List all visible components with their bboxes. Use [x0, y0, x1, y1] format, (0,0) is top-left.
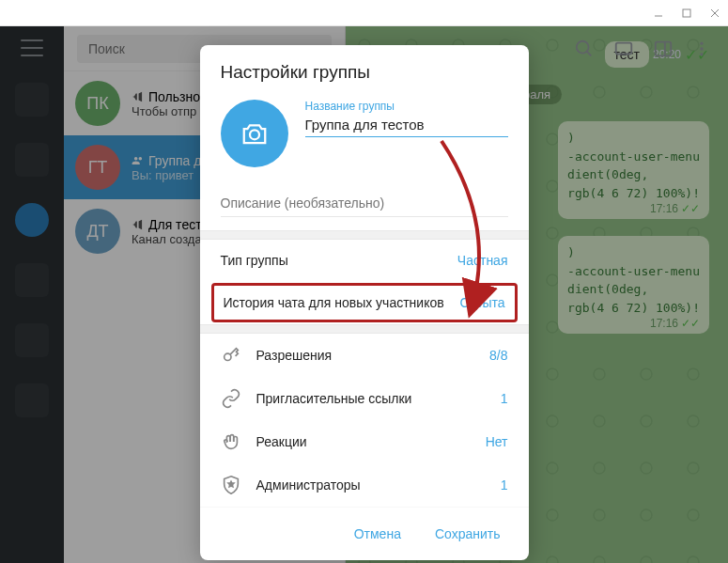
group-settings-modal: Настройки группы Название группы Тип гру… [200, 45, 529, 560]
link-icon [221, 388, 241, 409]
invite-links-row[interactable]: Пригласительные ссылки 1 [200, 377, 529, 420]
cancel-button[interactable]: Отмена [341, 519, 414, 549]
save-button[interactable]: Сохранить [422, 519, 514, 549]
modal-title: Настройки группы [200, 45, 529, 94]
group-description-input[interactable] [221, 192, 508, 217]
svg-point-16 [224, 353, 230, 360]
permissions-row[interactable]: Разрешения 8/8 [200, 334, 529, 377]
group-name-input[interactable] [305, 115, 508, 137]
camera-icon [240, 121, 269, 146]
maximize-button[interactable] [681, 8, 692, 19]
group-type-row[interactable]: Тип группы Частная [200, 240, 529, 281]
chat-history-row[interactable]: История чата для новых участников Скрыта [214, 286, 515, 320]
group-photo-button[interactable] [221, 100, 288, 167]
minimize-button[interactable] [653, 8, 664, 19]
close-button[interactable] [709, 8, 720, 19]
svg-rect-1 [683, 9, 690, 17]
svg-point-15 [250, 130, 259, 139]
window-titlebar [0, 0, 728, 26]
key-icon [221, 345, 241, 366]
group-name-label: Название группы [305, 100, 508, 113]
annotation-highlight: История чата для новых участников Скрыта [211, 283, 518, 322]
wave-icon [221, 431, 241, 452]
reactions-row[interactable]: Реакции Нет [200, 420, 529, 463]
shield-star-icon [221, 475, 241, 495]
modal-overlay[interactable]: Настройки группы Название группы Тип гру… [0, 26, 728, 563]
admins-row[interactable]: Администраторы 1 [200, 463, 529, 507]
